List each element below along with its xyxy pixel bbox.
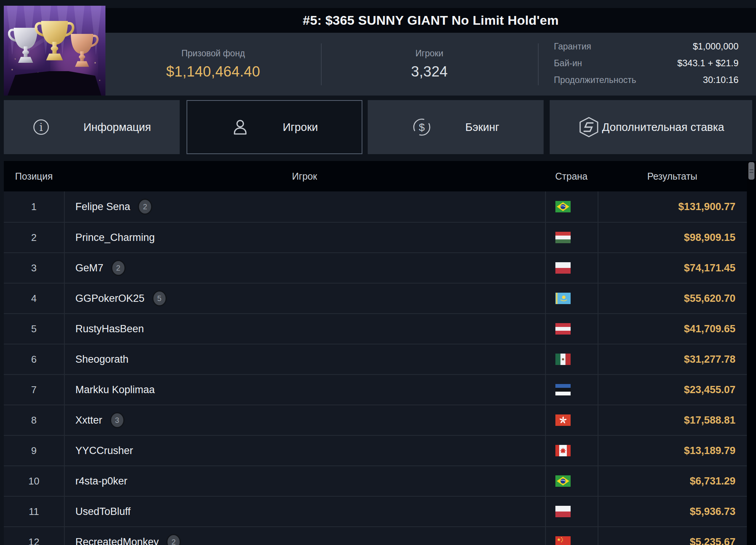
flag-kz-icon: [555, 293, 571, 304]
position-cell: 9: [4, 436, 64, 465]
player-name: Felipe Sena: [75, 201, 130, 213]
result-cell: $13,189.79: [598, 436, 747, 465]
players-icon: [231, 118, 249, 136]
guarantee-value: $1,000,000: [693, 41, 738, 52]
backing-icon: $: [412, 117, 432, 137]
position-cell: 5: [4, 314, 64, 344]
player-name: r4sta-p0ker: [75, 475, 128, 487]
country-cell: [545, 405, 598, 435]
staking-icon: [578, 116, 600, 138]
player-name: YYCCrusher: [75, 445, 133, 457]
table-row[interactable]: 12 RecreatedMonkey 2 $5,235.67: [4, 526, 747, 545]
player-cell: GeM7 2: [64, 253, 545, 283]
flag-ee-icon: [555, 384, 571, 395]
trophies-illustration: [4, 6, 105, 96]
table-row[interactable]: 4 GGPokerOK25 5 $55,620.70: [4, 283, 747, 313]
country-cell: [545, 436, 598, 465]
position-cell: 7: [4, 375, 64, 405]
column-header-player: Игрок: [64, 171, 545, 182]
player-cell: r4sta-p0ker: [64, 466, 545, 496]
flag-cn-icon: [555, 536, 571, 545]
players-count-value: 3,324: [411, 64, 448, 80]
country-cell: [545, 527, 598, 545]
player-name: Sheogorath: [75, 354, 129, 365]
entries-badge: 3: [110, 412, 124, 428]
result-cell: $5,235.67: [598, 527, 747, 545]
entries-badge: 2: [166, 534, 181, 545]
position-cell: 8: [4, 405, 64, 435]
tab-label: Бэкинг: [465, 121, 499, 134]
result-cell: $5,936.73: [598, 497, 747, 526]
buyin-label: Бай-ин: [554, 58, 582, 69]
scrollbar-track[interactable]: [747, 161, 756, 545]
table-row[interactable]: 10 r4sta-p0ker $6,731.29: [4, 465, 747, 496]
result-cell: $55,620.70: [598, 284, 747, 313]
flag-pl-icon: [555, 262, 571, 274]
position-cell: 12: [4, 527, 64, 545]
scrollbar-thumb[interactable]: [748, 162, 754, 180]
table-row[interactable]: 8 Xxtter 3 $17,588.81: [4, 405, 747, 435]
tab-label: Дополнительная ставка: [602, 121, 724, 134]
tab-bar: i Информация Игроки $ Бэкинг Дополнитель…: [0, 100, 756, 154]
country-cell: [545, 466, 598, 496]
country-cell: [545, 253, 598, 283]
position-cell: 2: [4, 223, 64, 252]
svg-text:i: i: [40, 121, 43, 134]
table-row[interactable]: 2 Prince_Charming $98,909.15: [4, 222, 747, 252]
player-name: UsedToBluff: [75, 506, 131, 518]
table-row[interactable]: 1 Felipe Sena 2 $131,900.77: [4, 191, 747, 222]
table-body: 1 Felipe Sena 2 $131,900.77 2 Prince_Cha…: [4, 191, 747, 545]
country-cell: [545, 284, 598, 313]
duration-label: Продолжительность: [554, 75, 636, 85]
result-cell: $41,709.65: [598, 314, 747, 344]
players-table: Позиция Игрок Страна Результаты 1 Felipe…: [4, 161, 747, 545]
result-cell: $23,455.07: [598, 375, 747, 405]
title-bar: #5: $365 SUNNY GIANT No Limit Hold'em: [105, 8, 756, 33]
flag-mx-icon: [555, 354, 571, 365]
tab-information[interactable]: i Информация: [4, 100, 180, 154]
result-cell: $131,900.77: [598, 191, 747, 222]
country-cell: [545, 223, 598, 252]
player-cell: Markku Koplimaa: [64, 375, 545, 405]
player-cell: YYCCrusher: [64, 436, 545, 465]
entries-badge: 2: [111, 260, 126, 276]
result-cell: $17,588.81: [598, 405, 747, 435]
country-cell: [545, 497, 598, 526]
position-cell: 10: [4, 466, 64, 496]
players-count-section: Игроки 3,324: [321, 33, 538, 96]
position-cell: 1: [4, 191, 64, 222]
position-cell: 4: [4, 284, 64, 313]
tab-staking[interactable]: Дополнительная ставка: [550, 100, 752, 154]
country-cell: [545, 314, 598, 344]
tab-label: Игроки: [283, 121, 318, 134]
entries-badge: 5: [152, 290, 167, 306]
flag-br-icon: [555, 201, 571, 212]
table-row[interactable]: 7 Markku Koplimaa $23,455.07: [4, 374, 747, 405]
table-row[interactable]: 3 GeM7 2 $74,171.45: [4, 252, 747, 283]
player-name: GGPokerOK25: [75, 293, 145, 304]
player-cell: Felipe Sena 2: [64, 191, 545, 222]
guarantee-row: Гарантия $1,000,000: [554, 38, 738, 55]
tab-label: Информация: [83, 121, 151, 134]
svg-text:$: $: [419, 121, 425, 133]
player-name: RecreatedMonkey: [75, 536, 159, 545]
tournament-title: #5: $365 SUNNY GIANT No Limit Hold'em: [303, 13, 558, 28]
result-cell: $98,909.15: [598, 223, 747, 252]
table-row[interactable]: 9 YYCCrusher $13,189.79: [4, 435, 747, 465]
duration-value: 30:10:16: [703, 75, 738, 85]
table-row[interactable]: 6 Sheogorath $31,277.78: [4, 344, 747, 374]
flag-hu-icon: [555, 232, 571, 243]
player-name: RustyHasBeen: [75, 323, 144, 335]
table-row[interactable]: 11 UsedToBluff $5,936.73: [4, 496, 747, 526]
country-cell: [545, 191, 598, 222]
player-cell: Prince_Charming: [64, 223, 545, 252]
tab-backing[interactable]: $ Бэкинг: [368, 100, 544, 154]
flag-br-icon: [555, 475, 571, 487]
entries-badge: 2: [138, 199, 152, 215]
tournament-window: #5: $365 SUNNY GIANT No Limit Hold'em Пр…: [0, 0, 756, 545]
tab-players[interactable]: Игроки: [187, 100, 362, 154]
player-cell: GGPokerOK25 5: [64, 284, 545, 313]
player-name: GeM7: [75, 262, 104, 274]
result-cell: $74,171.45: [598, 253, 747, 283]
table-row[interactable]: 5 RustyHasBeen $41,709.65: [4, 313, 747, 344]
